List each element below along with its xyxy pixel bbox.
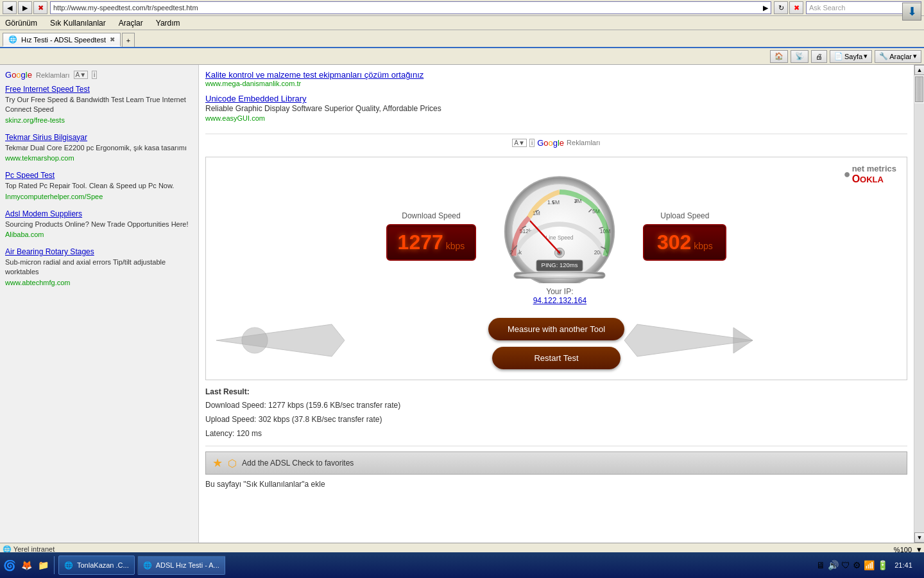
tray-icon-update[interactable]: ⚙ <box>853 560 861 570</box>
bookmark-icon: ⬡ <box>228 457 237 469</box>
upload-label: Upload Speed <box>660 211 709 220</box>
main-content-area: Kalite kontrol ve malzeme test ekipmanla… <box>199 65 914 543</box>
ip-info: Your IP: 94.122.132.164 <box>533 287 586 305</box>
menu-goruntum[interactable]: Görünüm <box>3 17 40 29</box>
ad-options-icon[interactable]: A▼ <box>74 71 89 79</box>
tray-icon-security[interactable]: 🛡 <box>841 560 850 570</box>
star-icon: ★ <box>212 456 223 470</box>
tray-icon-bluetooth[interactable]: 📶 <box>864 560 875 570</box>
vertical-scrollbar[interactable]: ▲ ▼ <box>914 65 924 543</box>
menu-araclar[interactable]: Araçlar <box>116 17 146 29</box>
ad-item-0: Free Internet Speed Test Try Our Free Sp… <box>5 85 193 124</box>
taskbar-icon-2[interactable]: 📁 <box>36 558 50 572</box>
ad-link-3[interactable]: Adsl Modem Suppliers <box>5 209 193 218</box>
favorites-bar[interactable]: ★ ⬡ Add the ADSL Check to favorites <box>205 451 907 475</box>
last-result-latency: Latency: 120 ms <box>205 427 907 441</box>
ad-desc-0: Try Our Free Speed & Bandwidth Test Lear… <box>5 96 186 113</box>
menu-sik[interactable]: Sık Kullanılanlar <box>47 17 108 29</box>
clock: 21:41 <box>891 561 916 569</box>
ip-label: Your IP: <box>546 287 573 296</box>
measure-button[interactable]: Measure with another Tool <box>488 318 624 340</box>
tab-close-button[interactable]: ✖ <box>110 36 115 43</box>
svg-text:PING: 120ms: PING: 120ms <box>542 261 578 268</box>
ad-url-0: skinz.org/free-tests <box>5 116 193 124</box>
address-bar[interactable]: http://www.my-speedtest.com/tr/speedtest… <box>50 1 771 14</box>
address-text: http://www.my-speedtest.com/tr/speedtest… <box>53 4 763 12</box>
top-ad-desc-1: Reliable Graphic Display Software Superi… <box>205 103 907 114</box>
refresh-button[interactable]: ✖ <box>33 1 47 14</box>
page-icon: 📄 <box>834 52 843 60</box>
taskbar-divider <box>54 556 55 574</box>
page-button[interactable]: 📄 Sayfa ▾ <box>830 50 872 63</box>
tools-label: Araçlar <box>889 53 912 60</box>
new-tab-button[interactable]: + <box>122 33 135 47</box>
center-google-ads-label: Reklamları <box>567 139 601 146</box>
taskbar-icon-1[interactable]: 🦊 <box>19 558 33 572</box>
taskbar-icon-0[interactable]: 🌀 <box>3 558 17 572</box>
taskbar-app-0[interactable]: 🌐 TonlaKazan .C... <box>58 556 135 575</box>
tools-button[interactable]: 🔧 Araçlar ▾ <box>875 50 921 63</box>
ookla-logo-area: ● net metrics OOKLA <box>844 164 896 185</box>
speedometer-gauge: 256k 512k 1M 1.5M 3M 5M <box>489 168 630 283</box>
stop-btn[interactable]: ✖ <box>789 1 803 14</box>
center-ad-options[interactable]: A▼ <box>512 139 527 147</box>
taskbar: 🌀 🦊 📁 🌐 TonlaKazan .C... 🌐 ADSL Hız Test… <box>0 552 924 578</box>
center-ad-info[interactable]: i <box>529 139 535 147</box>
rss-button[interactable]: 📡 <box>791 50 809 63</box>
svg-marker-28 <box>733 328 753 353</box>
ad-info-icon[interactable]: i <box>92 71 97 79</box>
home-button[interactable]: 🏠 <box>770 50 788 63</box>
ad-desc-2: Top Rated Pc Repair Tool. Clean & Speed … <box>5 182 174 189</box>
download-value-box: 1277 kbps <box>386 224 477 261</box>
ad-url-4: www.abtechmfg.com <box>5 279 193 286</box>
app-label-1: ADSL Hız Testi - A... <box>156 561 219 569</box>
tabs-bar: 🌐 Hız Testi - ADSL Speedtest ✖ + <box>0 30 924 48</box>
ad-link-0[interactable]: Free Internet Speed Test <box>5 85 193 94</box>
tray-icon-volume[interactable]: 🔊 <box>828 560 839 570</box>
menu-bar: Görünüm Sık Kullanılanlar Araçlar Yardım <box>0 16 924 30</box>
taskbar-app-1[interactable]: 🌐 ADSL Hız Testi - A... <box>137 556 225 575</box>
divider <box>205 446 907 446</box>
scroll-down-arrow[interactable]: ▼ <box>914 532 924 543</box>
download-unit: kbps <box>446 241 465 251</box>
tray-icon-network[interactable]: 🖥 <box>816 560 825 570</box>
svg-marker-25 <box>216 324 345 356</box>
top-ads: Kalite kontrol ve malzeme test ekipmanla… <box>205 65 907 134</box>
speedtest-bottom: Measure with another Tool Restart Test <box>216 311 896 369</box>
app-icon-0: 🌐 <box>64 561 73 570</box>
ip-address[interactable]: 94.122.132.164 <box>533 296 586 305</box>
google-logo: Google <box>5 70 32 80</box>
speedtest-layout: Download Speed 1277 kbps <box>216 168 896 305</box>
restart-button[interactable]: Restart Test <box>492 347 620 369</box>
center-google-logo: Google <box>537 138 564 148</box>
top-ad-1: Unicode Embedded Library Reliable Graphi… <box>205 94 907 122</box>
sidebar: Google Reklamları A▼ i Free Internet Spe… <box>0 65 199 543</box>
top-ad-link-1[interactable]: Unicode Embedded Library <box>205 94 307 103</box>
scroll-up-arrow[interactable]: ▲ <box>914 65 924 75</box>
top-ad-url-0: www.mega-danismanlik.com.tr <box>205 80 907 87</box>
upload-value: 302 <box>657 231 691 254</box>
tools-dropdown-icon: ▾ <box>913 52 917 60</box>
forward-button[interactable]: ▶ <box>18 1 32 14</box>
speedtest-container: ● net metrics OOKLA Download Speed 1277 <box>205 157 907 380</box>
ad-link-4[interactable]: Air Bearing Rotary Stages <box>5 247 193 256</box>
refresh-btn2[interactable]: ↻ <box>774 1 788 14</box>
top-ad-link-0[interactable]: Kalite kontrol ve malzeme test ekipmanla… <box>205 70 424 80</box>
gauge-container: 256k 512k 1M 1.5M 3M 5M <box>489 168 630 305</box>
menu-yardim[interactable]: Yardım <box>153 17 183 29</box>
page-dropdown-icon: ▾ <box>864 52 868 60</box>
scroll-thumb[interactable] <box>915 76 923 102</box>
back-button[interactable]: ◀ <box>3 1 17 14</box>
ad-item-4: Air Bearing Rotary Stages Sub-micron rad… <box>5 247 193 286</box>
ad-url-3: Alibaba.com <box>5 231 193 238</box>
ad-link-1[interactable]: Tekmar Sirius Bilgisayar <box>5 133 193 142</box>
print-button[interactable]: 🖨 <box>811 50 827 63</box>
ad-link-2[interactable]: Pc Speed Test <box>5 171 193 180</box>
active-tab[interactable]: 🌐 Hız Testi - ADSL Speedtest ✖ <box>3 33 121 47</box>
go-button[interactable]: ▶ <box>763 4 768 12</box>
ookla-text: net metrics OOKLA <box>852 164 896 185</box>
tray-icon-battery[interactable]: 🔋 <box>877 560 888 570</box>
bottom-text: Bu sayfayı "Sık Kullanılanlar"a ekle <box>205 480 907 489</box>
favorites-text: Add the ADSL Check to favorites <box>242 459 354 468</box>
download-button[interactable]: ⬇ <box>902 3 921 21</box>
